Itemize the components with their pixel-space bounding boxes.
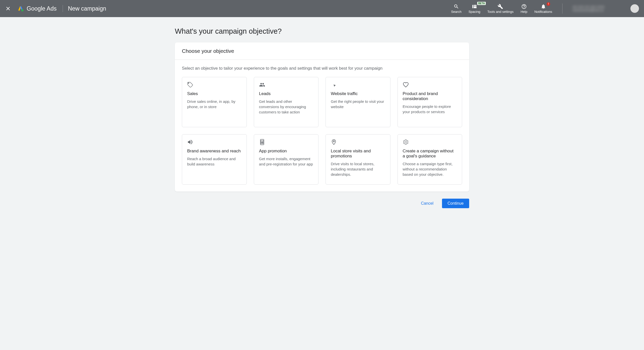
card-header: Choose your objective: [175, 42, 469, 60]
search-icon: [454, 4, 459, 9]
objective-brand-awareness[interactable]: Brand awareness and reach Reach a broad …: [182, 134, 247, 185]
objective-description: Drive visits to local stores, including …: [331, 161, 385, 177]
objective-title: Local store visits and promotions: [331, 149, 385, 159]
objective-title: Leads: [259, 91, 313, 96]
objective-sales[interactable]: Sales Drive sales online, in app, by pho…: [182, 77, 247, 127]
objective-product-brand[interactable]: Product and brand consideration Encourag…: [397, 77, 462, 127]
tools-action[interactable]: Tools and settings: [487, 4, 513, 14]
cursor-click-icon: [331, 82, 337, 88]
close-icon[interactable]: [5, 6, 11, 12]
avatar[interactable]: [630, 4, 639, 13]
card-body: Select an objective to tailor your exper…: [175, 60, 469, 192]
google-ads-logo-icon: [17, 5, 24, 12]
objective-title: Product and brand consideration: [403, 91, 457, 101]
objective-title: Sales: [187, 91, 242, 96]
tag-icon: [187, 82, 193, 88]
spacing-action[interactable]: BETA Spacing: [468, 4, 480, 14]
objective-title: App promotion: [259, 149, 313, 154]
objective-title: Website traffic: [331, 91, 385, 96]
objective-website-traffic[interactable]: Website traffic Get the right people to …: [326, 77, 390, 127]
megaphone-icon: [187, 139, 193, 145]
page-title: New campaign: [68, 5, 106, 12]
notification-alert-icon: !: [547, 2, 550, 6]
help-label: Help: [520, 10, 527, 14]
help-action[interactable]: Help: [520, 4, 527, 14]
objective-description: Get the right people to visit your websi…: [331, 99, 385, 109]
header-divider-2: [562, 4, 562, 14]
header-divider: [63, 5, 63, 12]
card-title: Choose your objective: [182, 48, 462, 54]
help-icon: [521, 4, 527, 9]
objective-description: Encourage people to explore your product…: [403, 104, 457, 114]
logo-text: Google Ads: [27, 5, 57, 12]
spacing-label: Spacing: [468, 10, 480, 14]
svg-point-0: [21, 9, 23, 11]
bell-icon: [541, 4, 546, 9]
heart-icon: [403, 82, 409, 88]
search-action[interactable]: Search: [451, 4, 461, 14]
footer-actions: Cancel Continue: [175, 199, 469, 208]
tools-label: Tools and settings: [487, 10, 513, 14]
app-header: Google Ads New campaign Search BETA Spac…: [0, 0, 644, 17]
header-actions: Search BETA Spacing Tools and settings H…: [451, 4, 639, 14]
wrench-icon: [498, 4, 503, 9]
people-icon: [259, 82, 265, 88]
cancel-button[interactable]: Cancel: [417, 199, 437, 208]
objective-app-promotion[interactable]: App promotion Get more installs, engagem…: [254, 134, 319, 185]
search-label: Search: [451, 10, 461, 14]
objective-title: Brand awareness and reach: [187, 149, 242, 154]
main-content: What's your campaign objective? Choose y…: [170, 17, 474, 218]
notifications-label: Notifications: [534, 10, 552, 14]
objective-description: Reach a broad audience and build awarene…: [187, 156, 242, 167]
account-info[interactable]: xxx xxxx xxx xxxx xxxxxxxxxxxxxxxxx@xxxx…: [573, 5, 620, 12]
beta-badge: BETA: [477, 2, 486, 5]
objective-description: Drive sales online, in app, by phone, or…: [187, 99, 242, 109]
main-heading: What's your campaign objective?: [175, 27, 469, 35]
google-ads-logo[interactable]: Google Ads: [17, 5, 57, 12]
objective-description: Get leads and other conversions by encou…: [259, 99, 313, 115]
spacing-icon: [472, 4, 477, 9]
objective-no-goal[interactable]: Create a campaign without a goal's guida…: [397, 134, 462, 185]
notifications-action[interactable]: ! Notifications: [534, 4, 552, 14]
phone-install-icon: [259, 139, 265, 145]
objectives-grid: Sales Drive sales online, in app, by pho…: [182, 77, 462, 185]
card-subtitle: Select an objective to tailor your exper…: [182, 66, 462, 71]
continue-button[interactable]: Continue: [442, 199, 469, 208]
objective-card-container: Choose your objective Select an objectiv…: [175, 42, 469, 192]
svg-point-1: [188, 83, 189, 84]
objective-local-store[interactable]: Local store visits and promotions Drive …: [326, 134, 390, 185]
gear-icon: [403, 139, 409, 145]
objective-description: Choose a campaign type first, without a …: [403, 161, 457, 177]
objective-description: Get more installs, engagement and pre-re…: [259, 156, 313, 167]
objective-title: Create a campaign without a goal's guida…: [403, 149, 457, 159]
objective-leads[interactable]: Leads Get leads and other conversions by…: [254, 77, 319, 127]
location-pin-icon: [331, 139, 337, 145]
